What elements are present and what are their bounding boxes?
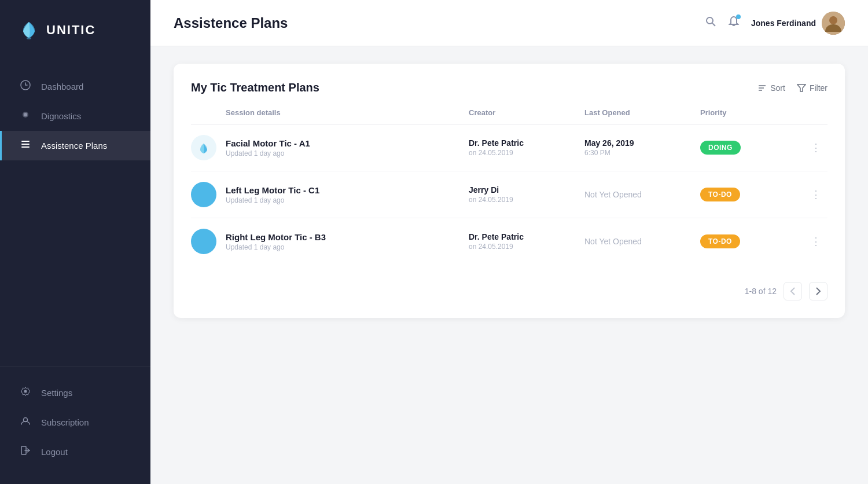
session-updated: Updated 1 day ago	[226, 196, 319, 204]
svg-rect-5	[21, 144, 30, 145]
last-opened-cell: May 26, 2019 6:30 PM	[584, 138, 700, 157]
session-info: Left Leg Motor Tic - C1 Updated 1 day ag…	[226, 185, 319, 204]
avatar-image	[822, 12, 845, 35]
sort-label: Sort	[770, 83, 785, 93]
priority-cell: TO-DO	[700, 234, 804, 248]
card-actions: Sort Filter	[757, 83, 827, 93]
table-row[interactable]: Facial Motor Tic - A1 Updated 1 day ago …	[191, 124, 827, 171]
sidebar-bottom: Settings Subscription Logout	[0, 366, 150, 484]
last-opened-value: Not Yet Opened	[584, 237, 700, 246]
priority-badge: TO-DO	[700, 234, 740, 248]
sidebar-item-label: Logout	[41, 447, 68, 457]
row-menu-button[interactable]: ⋮	[804, 235, 827, 248]
sidebar-item-dashboard[interactable]: Dashboard	[0, 72, 150, 101]
svg-point-0	[27, 37, 31, 39]
pagination: 1-8 of 12	[191, 282, 827, 300]
creator-name: Dr. Pete Patric	[469, 138, 584, 148]
avatar	[822, 12, 845, 35]
creator-date: on 24.05.2019	[469, 196, 584, 204]
priority-cell: TO-DO	[700, 188, 804, 201]
sidebar-item-label: Subscription	[41, 417, 89, 427]
diagnostics-icon	[19, 109, 32, 123]
creator-date: on 24.05.2019	[469, 243, 584, 251]
svg-line-12	[712, 23, 715, 26]
filter-button[interactable]: Filter	[797, 83, 827, 93]
sidebar-item-label: Dignostics	[41, 111, 81, 121]
session-name: Left Leg Motor Tic - C1	[226, 185, 319, 195]
col-creator: Creator	[469, 108, 584, 117]
treatment-plans-card: My Tic Treatment Plans Sort	[174, 64, 845, 318]
creator-name: Dr. Pete Patric	[469, 232, 584, 241]
settings-icon	[19, 386, 32, 399]
search-button[interactable]	[705, 16, 716, 30]
session-updated: Updated 1 day ago	[226, 149, 310, 157]
col-priority: Priority	[700, 108, 804, 117]
circle-icon	[191, 229, 216, 254]
notification-badge	[736, 14, 741, 19]
svg-rect-6	[21, 146, 30, 148]
sidebar-item-label: Dashboard	[41, 82, 83, 91]
main-content: Assistence Plans Jones Ferdinand	[150, 0, 868, 484]
session-name: Facial Motor Tic - A1	[226, 138, 310, 148]
sidebar-item-logout[interactable]: Logout	[0, 437, 150, 467]
next-page-button[interactable]	[809, 282, 827, 300]
sidebar-nav: Dashboard Dignostics Assistence Plans	[0, 66, 150, 366]
svg-point-14	[829, 16, 837, 24]
svg-point-3	[24, 113, 27, 116]
row-session: Facial Motor Tic - A1 Updated 1 day ago	[191, 135, 469, 160]
session-updated: Updated 1 day ago	[226, 243, 326, 251]
page-info: 1-8 of 12	[745, 287, 777, 296]
circle-icon	[191, 182, 216, 207]
row-session: Right Leg Motor Tic - B3 Updated 1 day a…	[191, 229, 469, 254]
row-menu-button[interactable]: ⋮	[804, 141, 827, 154]
user-name: Jones Ferdinand	[751, 19, 816, 28]
svg-rect-4	[21, 141, 30, 142]
sidebar-item-assistance-plans[interactable]: Assistence Plans	[0, 131, 150, 160]
topbar: Assistence Plans Jones Ferdinand	[150, 0, 868, 46]
sidebar-item-label: Settings	[41, 388, 72, 398]
priority-badge: TO-DO	[700, 188, 740, 201]
last-opened-date: May 26, 2019	[584, 138, 700, 148]
logo-icon	[17, 17, 41, 43]
page-title: Assistence Plans	[174, 15, 288, 31]
row-menu-button[interactable]: ⋮	[804, 188, 827, 201]
row-session: Left Leg Motor Tic - C1 Updated 1 day ag…	[191, 182, 469, 207]
svg-marker-18	[797, 85, 806, 91]
topbar-right: Jones Ferdinand	[705, 12, 845, 35]
session-info: Facial Motor Tic - A1 Updated 1 day ago	[226, 138, 310, 157]
user-profile[interactable]: Jones Ferdinand	[751, 12, 845, 35]
sidebar-item-subscription[interactable]: Subscription	[0, 408, 150, 437]
card-title: My Tic Treatment Plans	[191, 81, 319, 94]
table-row[interactable]: Left Leg Motor Tic - C1 Updated 1 day ag…	[191, 171, 827, 218]
logo: UNITIC	[0, 0, 150, 66]
sort-button[interactable]: Sort	[757, 83, 785, 93]
col-last-opened: Last Opened	[584, 108, 700, 117]
dashboard-icon	[19, 80, 32, 93]
sidebar: UNITIC Dashboard Dignostics	[0, 0, 150, 484]
creator-name: Jerry Di	[469, 185, 584, 195]
table-body: Facial Motor Tic - A1 Updated 1 day ago …	[191, 124, 827, 265]
col-actions	[804, 108, 827, 117]
svg-point-11	[707, 17, 713, 24]
prev-page-button[interactable]	[784, 282, 802, 300]
assistance-plans-icon	[19, 139, 32, 152]
svg-point-7	[24, 390, 27, 393]
subscription-icon	[19, 416, 32, 429]
priority-cell: DOING	[700, 141, 804, 155]
last-opened-cell: Not Yet Opened	[584, 237, 700, 246]
creator-info: Jerry Di on 24.05.2019	[469, 185, 584, 204]
last-opened-value: Not Yet Opened	[584, 190, 700, 199]
table-row[interactable]: Right Leg Motor Tic - B3 Updated 1 day a…	[191, 218, 827, 265]
logo-text: UNITIC	[46, 23, 95, 38]
lotus-icon	[191, 135, 216, 160]
last-opened-cell: Not Yet Opened	[584, 190, 700, 199]
sidebar-item-diagnostics[interactable]: Dignostics	[0, 101, 150, 131]
last-opened-time: 6:30 PM	[584, 149, 700, 157]
creator-info: Dr. Pete Patric on 24.05.2019	[469, 232, 584, 251]
session-info: Right Leg Motor Tic - B3 Updated 1 day a…	[226, 232, 326, 251]
sidebar-item-settings[interactable]: Settings	[0, 378, 150, 408]
notifications-button[interactable]	[728, 16, 740, 30]
table-header: Session details Creator Last Opened Prio…	[191, 108, 827, 124]
sidebar-item-label: Assistence Plans	[41, 141, 107, 151]
logout-icon	[19, 445, 32, 459]
